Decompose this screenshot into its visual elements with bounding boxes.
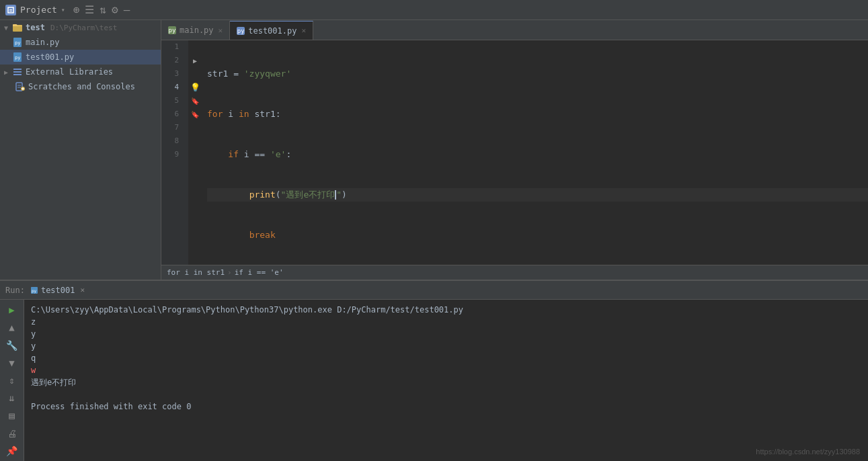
test001-tab-close[interactable]: ✕	[301, 26, 306, 35]
svg-rect-8	[13, 69, 22, 70]
folder-icon	[12, 22, 23, 33]
gutter-3	[188, 67, 202, 81]
code-line-3: if i == 'e' :	[207, 148, 868, 161]
line-num-8: 8	[161, 134, 183, 148]
svg-text:py: py	[15, 55, 20, 60]
commit-icon[interactable]: ⇅	[100, 3, 106, 16]
run-toolbar: ▶ ▲ 🔧 ▼ ⇕ ⇊ ▤ 🖨 📌	[0, 300, 24, 461]
output-chinese: 遇到e不打印	[31, 376, 861, 388]
external-libraries-label: External Libraries	[26, 67, 113, 77]
output-blank	[31, 388, 861, 401]
fold-right-icon: ▶	[4, 69, 8, 76]
test001-tab-icon: py	[237, 27, 245, 35]
line-num-4: 4	[161, 81, 183, 94]
svg-text:py: py	[32, 288, 37, 294]
breadcrumb-separator-1: ›	[227, 268, 232, 277]
run-header: Run: py test001 ✕	[0, 281, 868, 300]
python-run-icon: py	[30, 286, 38, 294]
tabs-bar: py main.py ✕ py test001.py ✕	[161, 20, 868, 40]
run-wrench-button[interactable]: 🔧	[4, 337, 20, 352]
gutter-6: 🔖	[188, 108, 202, 121]
watermark: https://blog.csdn.net/zyy130988	[756, 448, 860, 456]
svg-rect-2	[9, 11, 12, 11]
output-process-finished: Process finished with exit code 0	[31, 401, 861, 413]
output-q: q	[31, 352, 861, 364]
main-py-tab-close[interactable]: ✕	[219, 26, 223, 35]
project-dropdown-icon[interactable]: ▾	[61, 6, 65, 13]
line-num-7: 7	[161, 121, 183, 134]
run-align-button[interactable]: ⇊	[4, 390, 20, 405]
main-py-label: main.py	[26, 38, 60, 47]
svg-rect-9	[13, 71, 22, 73]
code-line-4: print ( "遇到e不打印 " )	[207, 188, 868, 202]
run-scroll-button[interactable]: ⇕	[4, 373, 20, 388]
gutter-icons: ▶ 💡 🔖 🔖	[188, 40, 202, 265]
sidebar-item-external-libraries[interactable]: ▶ External Libraries	[0, 65, 161, 79]
scratches-label: Scratches and Consoles	[28, 82, 135, 91]
line-num-1: 1	[161, 40, 183, 54]
fold-btn-2[interactable]: ▶	[193, 57, 197, 65]
python-file-icon-2: py	[12, 52, 23, 62]
breadcrumb: for i in str1 › if i == 'e'	[161, 265, 868, 280]
run-down-button[interactable]: ▼	[4, 355, 20, 370]
project-icon	[5, 5, 16, 15]
bookmark-5[interactable]: 🔖	[191, 97, 199, 105]
add-icon[interactable]: ⊕	[73, 3, 80, 16]
run-print-button[interactable]: 🖨	[4, 426, 20, 441]
line-num-2: 2	[161, 54, 183, 67]
title-bar: Project ▾ ⊕ ☰ ⇅ ⚙ —	[0, 0, 868, 20]
code-line-2: for i in str1:	[207, 108, 868, 121]
output-w: w	[31, 364, 861, 376]
test-folder-label: test	[26, 23, 45, 32]
structure-icon[interactable]: ☰	[85, 3, 94, 16]
gutter-1	[188, 40, 202, 54]
minimize-icon[interactable]: —	[124, 3, 130, 16]
sidebar-item-scratches[interactable]: Scratches and Consoles	[0, 79, 161, 94]
run-pin-button[interactable]: 📌	[4, 444, 20, 458]
gutter-4: 💡	[188, 81, 202, 94]
line-num-5: 5	[161, 94, 183, 108]
sidebar-item-test001-py[interactable]: py test001.py	[0, 50, 161, 65]
svg-rect-10	[13, 74, 22, 75]
main-py-tab-label: main.py	[180, 26, 214, 35]
breadcrumb-item-2[interactable]: if i == 'e'	[235, 268, 284, 277]
fold-arrow-icon: ▼	[4, 24, 8, 32]
run-play-button[interactable]: ▶	[4, 302, 20, 317]
line-num-9: 9	[161, 148, 183, 161]
gutter-5: 🔖	[188, 94, 202, 108]
title-bar-left: Project ▾	[5, 5, 65, 15]
tab-main-py[interactable]: py main.py ✕	[161, 21, 230, 40]
output-y2: y	[31, 340, 861, 352]
run-panel: Run: py test001 ✕ ▶ ▲ 🔧 ▼ ⇕ ⇊ ▤ 🖨 📌 C:\U…	[0, 280, 868, 461]
main-area: ▼ test D:\PyCharm\test py main.py py tes…	[0, 20, 868, 280]
python-file-icon: py	[12, 37, 23, 48]
run-tab-label: test001	[41, 286, 75, 295]
editor-area: py main.py ✕ py test001.py ✕ 1 2 3 4 5 6…	[161, 20, 868, 280]
output-z: z	[31, 316, 861, 328]
code-var-str1: str1	[207, 67, 228, 81]
project-label[interactable]: Project	[20, 5, 57, 15]
title-bar-actions: ⊕ ☰ ⇅ ⚙ —	[73, 3, 130, 16]
run-tab-close[interactable]: ✕	[80, 286, 85, 294]
settings-icon[interactable]: ⚙	[112, 3, 118, 16]
line-numbers: 1 2 3 4 5 6 7 8 9	[161, 40, 188, 265]
svg-rect-1	[9, 9, 12, 10]
gutter-7	[188, 121, 202, 134]
breadcrumb-item-1[interactable]: for i in str1	[167, 268, 225, 277]
sidebar-item-test-folder[interactable]: ▼ test D:\PyCharm\test	[0, 20, 161, 35]
run-up-button[interactable]: ▲	[4, 320, 20, 335]
test001-tab-label: test001.py	[248, 26, 297, 36]
sidebar-item-main-py[interactable]: py main.py	[0, 35, 161, 50]
test-folder-path: D:\PyCharm\test	[50, 24, 117, 32]
tab-test001-py[interactable]: py test001.py ✕	[230, 21, 313, 40]
lightbulb-icon[interactable]: 💡	[190, 83, 200, 92]
code-content[interactable]: str1 = 'zyyqwer' for i in str1: if i == …	[202, 40, 868, 265]
code-line-5: break	[207, 228, 868, 242]
output-y1: y	[31, 328, 861, 340]
line-num-6: 6	[161, 108, 183, 121]
run-layers-button[interactable]: ▤	[4, 408, 20, 423]
run-tab-test001[interactable]: py test001	[30, 286, 75, 295]
bookmark-6[interactable]: 🔖	[191, 111, 199, 118]
code-editor[interactable]: 1 2 3 4 5 6 7 8 9 ▶ 💡	[161, 40, 868, 265]
line-num-3: 3	[161, 67, 183, 81]
